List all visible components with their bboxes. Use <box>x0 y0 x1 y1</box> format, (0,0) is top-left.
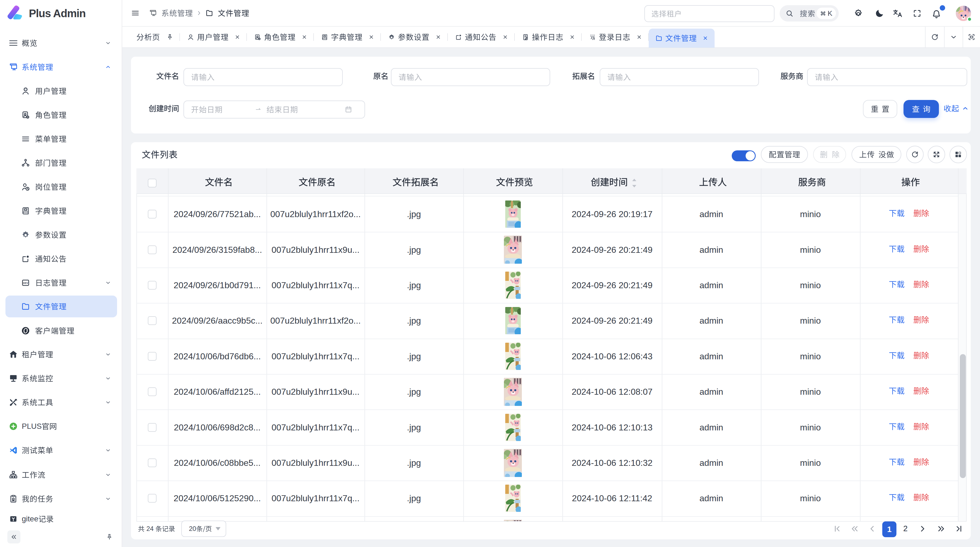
svg-text:DEV: DEV <box>23 282 29 284</box>
